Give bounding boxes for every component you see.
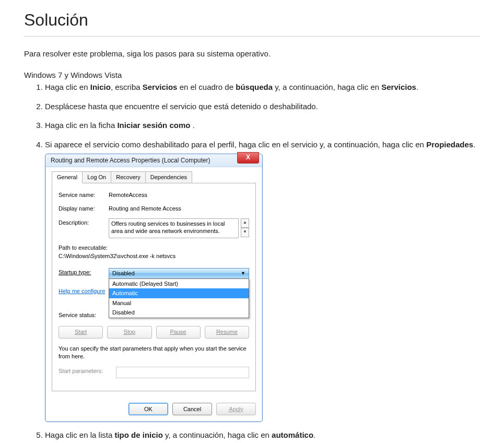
bold: automático bbox=[272, 430, 313, 439]
help-link[interactable]: Help me configure bbox=[58, 288, 105, 294]
ok-button[interactable]: OK bbox=[128, 403, 168, 415]
properties-dialog: Routing and Remote Access Properties (Lo… bbox=[45, 154, 263, 422]
startup-options-list: Automatic (Delayed Start) Automatic Manu… bbox=[109, 278, 249, 318]
startup-type-dropdown[interactable]: Disabled ▼ Automatic (Delayed Start) Aut… bbox=[109, 268, 249, 279]
dialog-buttons: OK Cancel Apply bbox=[45, 398, 262, 422]
note-text: You can specify the start parameters tha… bbox=[58, 345, 249, 361]
dialog-body: General Log On Recovery Dependencies Ser… bbox=[45, 167, 262, 398]
text: y, a continuación, haga clic en bbox=[163, 430, 272, 439]
text: y, a continuación, haga clic en bbox=[273, 83, 381, 91]
bold: búsqueda bbox=[236, 83, 273, 91]
intro-text: Para resolver este problema, siga los pa… bbox=[24, 49, 480, 58]
bold: Servicios bbox=[143, 83, 178, 91]
label: Apply bbox=[229, 405, 243, 414]
close-button[interactable]: X bbox=[237, 152, 259, 164]
start-button[interactable]: Start bbox=[58, 326, 103, 339]
tab-strip: General Log On Recovery Dependencies bbox=[52, 171, 256, 183]
text: Haga clic en la ficha bbox=[45, 121, 117, 130]
tab-recovery[interactable]: Recovery bbox=[111, 171, 145, 183]
text: . bbox=[313, 430, 315, 439]
option-disabled[interactable]: Disabled bbox=[109, 308, 249, 318]
general-panel: Service name: RemoteAccess Display name:… bbox=[52, 183, 256, 392]
bold: Servicios bbox=[381, 83, 416, 91]
scroll-up-icon[interactable]: ▲ bbox=[241, 218, 249, 228]
start-parameters-input[interactable] bbox=[116, 367, 249, 378]
option-manual[interactable]: Manual bbox=[109, 298, 249, 308]
step-2: Desplácese hasta que encuentre el servic… bbox=[45, 101, 480, 113]
step-4: Si aparece el servicio como deshabilitad… bbox=[45, 139, 480, 423]
separator bbox=[24, 36, 480, 37]
label: Pause bbox=[170, 328, 186, 336]
service-name-value: RemoteAccess bbox=[109, 191, 249, 200]
os-label: Windows 7 y Windows Vista bbox=[24, 71, 480, 79]
service-name-label: Service name: bbox=[58, 191, 109, 200]
step-1: Haga clic en Inicio, escriba Servicios e… bbox=[45, 81, 480, 94]
tab-general[interactable]: General bbox=[52, 171, 83, 183]
resume-button[interactable]: Resume bbox=[205, 326, 249, 339]
bold: Propiedades bbox=[426, 140, 473, 149]
label: Stop bbox=[124, 328, 136, 336]
text: . bbox=[416, 83, 418, 91]
bold: Inicio bbox=[90, 83, 111, 91]
path-value: C:\Windows\System32\svchost.exe -k netsv… bbox=[58, 252, 249, 261]
chevron-down-icon: ▼ bbox=[241, 270, 245, 277]
steps-list: Haga clic en Inicio, escriba Servicios e… bbox=[34, 81, 480, 443]
display-name-value: Routing and Remote Access bbox=[109, 204, 249, 213]
scroll-down-icon[interactable]: ▼ bbox=[241, 228, 249, 237]
dialog-titlebar[interactable]: Routing and Remote Access Properties (Lo… bbox=[45, 154, 262, 167]
description-scrollbar[interactable]: ▲ ▼ bbox=[241, 218, 249, 238]
cancel-button[interactable]: Cancel bbox=[172, 403, 212, 415]
dialog-title: Routing and Remote Access Properties (Lo… bbox=[51, 156, 210, 165]
text: . bbox=[193, 121, 195, 130]
stop-button[interactable]: Stop bbox=[107, 326, 151, 339]
bold: tipo de inicio bbox=[114, 430, 163, 439]
page-title: Solución bbox=[24, 10, 480, 30]
bold: Iniciar sesión como bbox=[117, 121, 192, 130]
option-automatic[interactable]: Automatic bbox=[109, 288, 249, 298]
start-parameters-label: Start parameters: bbox=[58, 367, 116, 378]
label: Start bbox=[75, 328, 87, 336]
startup-selected-value: Disabled bbox=[112, 269, 135, 278]
text: Haga clic en la lista bbox=[45, 430, 114, 439]
text: . bbox=[473, 140, 475, 149]
display-name-label: Display name: bbox=[58, 204, 109, 213]
description-value: Offers routing services to businesses in… bbox=[109, 218, 239, 238]
text: Si aparece el servicio como deshabilitad… bbox=[45, 140, 426, 149]
apply-button[interactable]: Apply bbox=[216, 403, 256, 415]
text: Haga clic en bbox=[45, 83, 90, 91]
step-3: Haga clic en la ficha Iniciar sesión com… bbox=[45, 120, 480, 132]
step-5: Haga clic en la lista tipo de inicio y, … bbox=[45, 429, 480, 441]
tab-logon[interactable]: Log On bbox=[82, 171, 111, 183]
option-automatic-delayed[interactable]: Automatic (Delayed Start) bbox=[109, 279, 249, 289]
startup-type-label: Startup type: bbox=[58, 268, 109, 279]
service-status-label: Service status: bbox=[58, 311, 109, 320]
description-label: Description: bbox=[58, 218, 109, 238]
text: , escriba bbox=[111, 83, 143, 91]
pause-button[interactable]: Pause bbox=[156, 326, 201, 339]
text: en el cuadro de bbox=[177, 83, 236, 91]
path-label: Path to executable: bbox=[58, 243, 249, 252]
label: Resume bbox=[216, 328, 238, 336]
tab-dependencies[interactable]: Dependencies bbox=[145, 171, 192, 183]
